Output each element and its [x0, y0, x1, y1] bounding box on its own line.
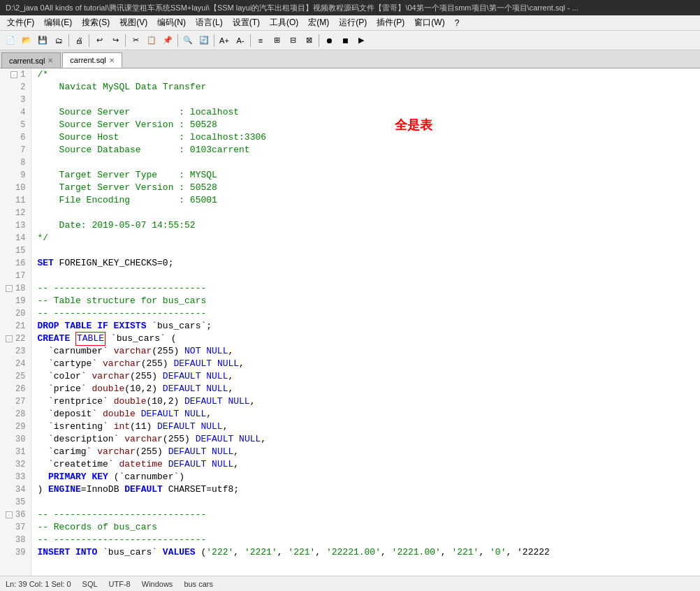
toolbar-sep-6 — [250, 34, 251, 47]
code-line-15 — [37, 245, 694, 257]
code-line-9: Target Server Type : MYSQL — [37, 169, 694, 182]
tab-1[interactable]: carrent.sql ✕ — [1, 52, 61, 68]
menu-view[interactable]: 视图(V) — [115, 15, 152, 30]
code-line-36: -- ---------------------------- — [37, 509, 694, 521]
menu-language[interactable]: 语言(L) — [191, 15, 227, 30]
toolbar-open[interactable]: 📂 — [19, 33, 34, 48]
line-number-23: 23 — [4, 345, 27, 358]
line-number-10: 10 — [4, 182, 27, 194]
code-line-32: `createtime` datetime DEFAULT NULL, — [37, 458, 694, 471]
line-number-25: 25 — [4, 370, 27, 383]
code-line-26: `price` double(10,2) DEFAULT NULL, — [37, 383, 694, 395]
menu-edit[interactable]: 编辑(E) — [40, 15, 76, 30]
code-line-2: Navicat MySQL Data Transfer — [37, 81, 694, 94]
toolbar-save[interactable]: 💾 — [35, 33, 50, 48]
code-line-23: `carnumber` varchar(255) NOT NULL, — [37, 345, 694, 358]
line-number-20: 20 — [4, 307, 27, 320]
line-number-14: 14 — [4, 232, 27, 245]
line-number-19: 19 — [4, 295, 27, 307]
menu-file[interactable]: 文件(F) — [3, 15, 38, 30]
toolbar-btn-extra1[interactable]: ≡ — [253, 33, 268, 48]
tab-bar: carrent.sql ✕ carrent.sql ✕ — [0, 50, 700, 68]
line-number-28: 28 — [4, 408, 27, 421]
toolbar-macro-play[interactable]: ▶ — [353, 33, 369, 48]
code-line-38: -- ---------------------------- — [37, 534, 694, 546]
code-line-35 — [37, 496, 694, 509]
tab-1-close[interactable]: ✕ — [48, 57, 53, 64]
status-language: SQL — [82, 580, 98, 588]
line-number-16: 16 — [4, 257, 27, 270]
toolbar-btn-extra3[interactable]: ⊟ — [285, 33, 300, 48]
line-number-11: 11 — [4, 194, 27, 207]
code-line-30: `description` varchar(255) DEFAULT NULL, — [37, 433, 694, 446]
line-number-5: 5 — [4, 119, 27, 131]
tab-2[interactable]: carrent.sql ✕ — [62, 52, 122, 68]
toolbar-sep-5 — [214, 34, 214, 47]
status-bar: Ln: 39 Col: 1 Sel: 0 SQL UTF-8 Windows b… — [0, 576, 700, 591]
code-line-13: Date: 2019-05-07 14:55:52 — [37, 219, 694, 232]
toolbar-sep-3 — [125, 34, 126, 47]
toolbar-btn-extra4[interactable]: ⊠ — [301, 33, 316, 48]
code-line-29: `isrenting` int(11) DEFAULT NULL, — [37, 421, 694, 433]
fold-btn-18[interactable]: - — [6, 285, 13, 292]
code-line-33: PRIMARY KEY (`carnumber`) — [37, 471, 694, 483]
line-number-30: 30 — [4, 433, 27, 446]
code-line-12 — [37, 207, 694, 219]
status-filename: bus cars — [184, 580, 213, 588]
line-number-34: 34 — [4, 483, 27, 496]
menu-window[interactable]: 窗口(W) — [410, 15, 449, 30]
toolbar-sep-4 — [177, 34, 178, 47]
code-line-19: -- Table structure for bus_cars — [37, 295, 694, 307]
line-number-26: 26 — [4, 383, 27, 395]
menu-run[interactable]: 运行(P) — [335, 15, 371, 30]
tab-2-label: carrent.sql — [70, 56, 105, 64]
fold-btn-36[interactable]: - — [6, 511, 13, 518]
toolbar-btn-extra2[interactable]: ⊞ — [269, 33, 284, 48]
line-number-12: 12 — [4, 207, 27, 219]
menu-help[interactable]: ? — [451, 17, 464, 29]
line-number-32: 32 — [4, 458, 27, 471]
menu-tools[interactable]: 工具(O) — [265, 15, 302, 30]
line-number-2: 2 — [4, 81, 27, 94]
line-number-9: 9 — [4, 169, 27, 182]
menu-plugins[interactable]: 插件(P) — [372, 15, 409, 30]
toolbar-search[interactable]: 🔍 — [180, 33, 196, 48]
editor-container: -1234567891011121314151617-18192021-2223… — [0, 68, 700, 576]
line-number-33: 33 — [4, 471, 27, 483]
toolbar-print[interactable]: 🖨 — [71, 33, 87, 48]
menu-macro[interactable]: 宏(M) — [304, 15, 333, 30]
toolbar-cut[interactable]: ✂ — [128, 33, 143, 48]
menu-settings[interactable]: 设置(T) — [228, 15, 264, 30]
menu-encoding[interactable]: 编码(N) — [153, 15, 190, 30]
code-line-21: DROP TABLE IF EXISTS `bus_cars`; — [37, 320, 694, 333]
toolbar-save-all[interactable]: 🗂 — [51, 33, 66, 48]
line-number-15: 15 — [4, 245, 27, 257]
toolbar-replace[interactable]: 🔄 — [196, 33, 212, 48]
line-number-3: 3 — [4, 94, 27, 106]
code-line-5: Source Server Version : 50528 — [37, 119, 694, 131]
toolbar-macro-stop[interactable]: ⏹ — [337, 33, 353, 48]
toolbar-redo[interactable]: ↪ — [108, 33, 123, 48]
code-content[interactable]: /* Navicat MySQL Data Transfer Source Se… — [31, 68, 700, 576]
toolbar-undo[interactable]: ↩ — [92, 33, 107, 48]
tab-1-label: carrent.sql — [9, 57, 45, 65]
toolbar-copy[interactable]: 📋 — [144, 33, 159, 48]
toolbar-macro-rec[interactable]: ⏺ — [321, 33, 337, 48]
toolbar-zoom-in[interactable]: A+ — [217, 33, 232, 48]
code-line-3 — [37, 94, 694, 106]
tab-2-close[interactable]: ✕ — [109, 57, 115, 64]
code-line-31: `carimg` varchar(255) DEFAULT NULL, — [37, 446, 694, 458]
code-line-28: `deposit` double DEFAULT NULL, — [37, 408, 694, 421]
toolbar-new[interactable]: 📄 — [3, 33, 18, 48]
line-number-13: 13 — [4, 219, 27, 232]
fold-btn-1[interactable]: - — [10, 71, 17, 78]
toolbar-zoom-out[interactable]: A- — [233, 33, 248, 48]
toolbar-paste[interactable]: 📌 — [160, 33, 175, 48]
fold-btn-22[interactable]: - — [6, 335, 13, 342]
code-line-6: Source Host : localhost:3306 — [37, 131, 694, 144]
code-line-4: Source Server : localhost — [37, 106, 694, 119]
line-number-38: 38 — [4, 534, 27, 546]
line-number-39: 39 — [4, 546, 27, 559]
menu-search[interactable]: 搜索(S) — [78, 15, 114, 30]
toolbar-sep-2 — [89, 34, 89, 47]
